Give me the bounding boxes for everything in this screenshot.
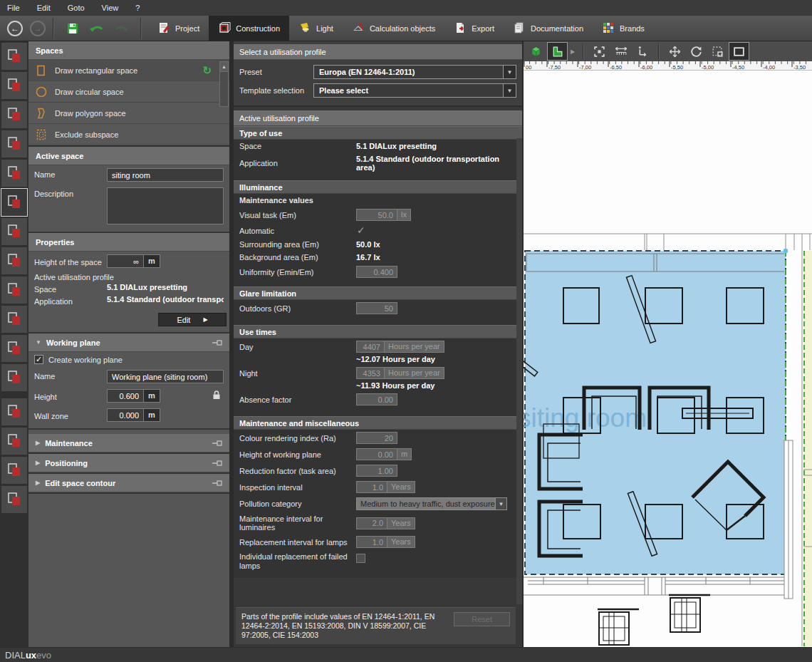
outdoors-gr-input[interactable] xyxy=(356,302,397,314)
building-volume-icon[interactable] xyxy=(1,276,27,304)
visual-task-input[interactable] xyxy=(356,209,397,221)
pin-icon[interactable] xyxy=(212,480,222,486)
individual-replacement-checkbox[interactable] xyxy=(356,554,365,563)
materials-icon[interactable] xyxy=(1,364,27,391)
doors-icon[interactable] xyxy=(1,335,27,362)
zoom-to-fit-icon[interactable] xyxy=(590,43,609,60)
redo-icon[interactable] xyxy=(111,20,131,37)
floor-plan-view-icon[interactable] xyxy=(548,43,567,60)
mode-export[interactable]: Export xyxy=(444,16,504,41)
measure-distance-icon[interactable] xyxy=(611,43,630,60)
night-hours-input[interactable] xyxy=(356,367,385,379)
mode-project[interactable]: Project xyxy=(148,16,209,41)
mode-calculation-objects[interactable]: Calculation objects xyxy=(343,16,444,41)
selection-icon[interactable] xyxy=(1,457,27,484)
pin-icon[interactable] xyxy=(212,340,222,346)
lock-icon[interactable] xyxy=(212,391,221,401)
space-name-input[interactable] xyxy=(107,168,224,182)
height-of-space-input[interactable] xyxy=(107,254,144,268)
draw-circular-space-tool[interactable]: Draw circular space xyxy=(28,81,229,103)
text-labels-icon[interactable] xyxy=(1,398,27,425)
day-hours-input[interactable] xyxy=(356,341,385,353)
working-plane-name-input[interactable] xyxy=(107,370,224,383)
undo-icon[interactable] xyxy=(87,20,107,37)
measure-height-icon[interactable] xyxy=(633,43,652,60)
pin-icon[interactable] xyxy=(212,440,222,446)
create-working-plane-checkbox[interactable]: ✓ xyxy=(34,355,43,364)
roofs-icon[interactable] xyxy=(1,247,27,274)
svg-text:-4,00: -4,00 xyxy=(763,64,775,71)
save-icon[interactable] xyxy=(63,20,83,37)
maintenance-interval-input[interactable] xyxy=(356,517,387,529)
columns-icon[interactable] xyxy=(1,218,27,245)
reduction-factor-input[interactable] xyxy=(356,465,397,477)
colour-rendering-input[interactable] xyxy=(356,432,397,444)
floor-plan-canvas[interactable]: siting room xyxy=(524,71,812,647)
windows-icon[interactable] xyxy=(1,306,27,333)
absence-factor-input[interactable] xyxy=(356,393,397,405)
mode-light[interactable]: Light xyxy=(289,16,343,41)
rotate-tool-icon[interactable] xyxy=(687,43,706,60)
site-icon[interactable] xyxy=(1,43,27,70)
brands-icon xyxy=(602,21,615,36)
construction-icon xyxy=(218,21,231,36)
view-3d-icon[interactable] xyxy=(526,43,546,60)
edit-space-contour-header[interactable]: ▶ Edit space contour xyxy=(28,474,229,492)
floors-icon[interactable] xyxy=(1,130,27,157)
furniture-icon[interactable] xyxy=(1,428,27,455)
automatic-checkbox[interactable]: ✓ xyxy=(356,226,365,235)
working-plane-header[interactable]: ▼ Working plane xyxy=(28,333,229,352)
view-expander-icon[interactable]: ▶ xyxy=(569,48,576,55)
structure-icon[interactable] xyxy=(1,486,27,513)
menu-edit[interactable]: Edit xyxy=(37,4,51,12)
height-working-plane-input[interactable] xyxy=(356,448,397,460)
menu-view[interactable]: View xyxy=(102,4,119,12)
move-tool-icon[interactable] xyxy=(665,43,685,60)
maintenance-interval-label: Maintenance interval for luminaires xyxy=(239,514,356,532)
exclude-subspace-tool[interactable]: Exclude subspace xyxy=(28,124,229,145)
description-input[interactable] xyxy=(107,187,224,224)
preset-dropdown[interactable]: Europa (EN 12464-1:2011) ▼ xyxy=(313,65,516,79)
properties-section: Properties Height of the space m Active … xyxy=(28,233,229,333)
spaces-scrollbar[interactable]: ▲ xyxy=(219,61,229,107)
draw-polygon-space-tool[interactable]: Draw polygon space xyxy=(28,103,229,124)
application-label: Application xyxy=(34,295,107,306)
pollution-category-select[interactable]: Medium to heavy traffic, dust exposure u… xyxy=(356,497,496,510)
edit-profile-button[interactable]: Edit▶ xyxy=(158,313,227,326)
inspection-interval-input[interactable] xyxy=(356,481,387,493)
ceilings-icon[interactable] xyxy=(1,160,27,187)
menu-help[interactable]: ? xyxy=(135,4,140,12)
template-selection-dropdown[interactable]: Please select ▼ xyxy=(313,83,516,98)
mode-brands[interactable]: Brands xyxy=(593,16,654,41)
scroll-up-icon[interactable]: ▲ xyxy=(220,62,228,72)
mode-construction[interactable]: Construction xyxy=(209,16,289,41)
type-of-use-bar: Type of use xyxy=(234,126,522,140)
mode-documentation[interactable]: Documentation xyxy=(504,16,593,41)
surrounding-area-value: 50.0 lx xyxy=(356,240,380,249)
reset-button[interactable]: Reset xyxy=(454,612,510,626)
wall-zone-input[interactable] xyxy=(107,408,144,422)
adjacent-room[interactable] xyxy=(803,251,812,646)
pin-icon[interactable] xyxy=(212,460,222,466)
buildings-icon[interactable] xyxy=(1,72,27,99)
storeys-icon[interactable] xyxy=(1,101,27,128)
refresh-icon[interactable]: ↻ xyxy=(202,64,212,77)
back-button[interactable]: ← xyxy=(7,21,23,36)
menu-file[interactable]: File xyxy=(7,4,20,12)
maintenance-header[interactable]: ▶ Maintenance xyxy=(28,434,229,452)
profile-scrollbar[interactable] xyxy=(516,138,522,604)
maintenance-interval-unit: Years xyxy=(387,517,415,529)
spaces-icon[interactable] xyxy=(1,189,27,216)
uniformity-input[interactable] xyxy=(356,266,397,278)
menu-goto[interactable]: Goto xyxy=(68,4,85,12)
utilisation-profile-panel: Select a utilisation profile Preset Euro… xyxy=(234,41,522,647)
scale-tool-icon[interactable] xyxy=(708,43,727,60)
working-plane-height-input[interactable] xyxy=(107,389,144,403)
svg-text:-5,00: -5,00 xyxy=(702,64,714,71)
rectangle-select-icon[interactable] xyxy=(729,43,749,60)
selection-handle[interactable] xyxy=(784,249,788,253)
replacement-interval-input[interactable] xyxy=(356,536,387,548)
positioning-header[interactable]: ▶ Positioning xyxy=(28,454,229,472)
draw-rectangular-space-tool[interactable]: Draw rectangular space ↻ xyxy=(28,60,229,81)
forward-button[interactable]: → xyxy=(30,21,46,36)
